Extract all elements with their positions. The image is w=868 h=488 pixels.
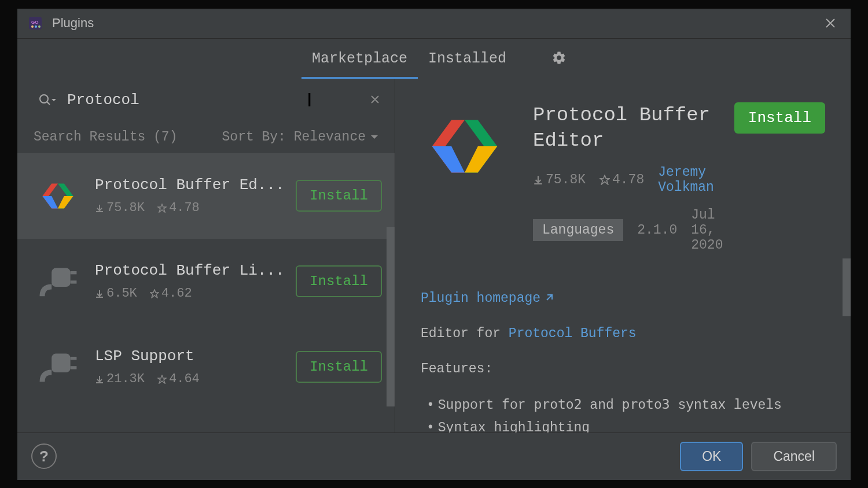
- plugin-icon-plug: [37, 261, 79, 302]
- plugin-info: Protocol Buffer Ed... 75.8K 4.78: [95, 176, 296, 215]
- left-panel: I Search Results (7) Sort By: Relevance: [17, 79, 395, 432]
- plugin-stats: 21.3K 4.64: [95, 372, 296, 386]
- svg-rect-13: [52, 353, 70, 372]
- install-button[interactable]: Install: [296, 351, 382, 383]
- protocol-buffers-link[interactable]: Protocol Buffers: [509, 326, 637, 341]
- svg-marker-17: [432, 146, 465, 173]
- star-icon: [599, 175, 610, 185]
- svg-rect-10: [52, 268, 70, 286]
- result-item-0[interactable]: Protocol Buffer Ed... 75.8K 4.78 Install: [17, 153, 395, 239]
- download-icon: [95, 375, 104, 384]
- svg-point-3: [35, 25, 37, 28]
- help-button[interactable]: ?: [31, 443, 57, 469]
- detail-body: Plugin homepage Editor for Protocol Buff…: [395, 253, 851, 432]
- category-badge[interactable]: Languages: [533, 219, 623, 241]
- plugin-icon-chevrons: [37, 175, 79, 217]
- svg-text:GO: GO: [31, 20, 38, 25]
- plugin-stats: 75.8K 4.78: [95, 201, 296, 215]
- svg-marker-9: [58, 196, 73, 209]
- result-item-1[interactable]: Protocol Buffer Li... 6.5K 4.62 Install: [17, 239, 395, 324]
- svg-rect-12: [71, 280, 77, 283]
- svg-rect-15: [71, 366, 77, 369]
- plugin-icon-plug: [37, 346, 79, 388]
- detail-scrollbar[interactable]: [843, 258, 851, 316]
- results-header: Search Results (7) Sort By: Relevance: [17, 121, 395, 153]
- plugin-name: LSP Support: [95, 347, 296, 365]
- titlebar: GO Plugins: [17, 9, 851, 39]
- date-label: Jul 16, 2020: [691, 208, 734, 253]
- scrollbar[interactable]: [387, 227, 395, 412]
- svg-point-2: [31, 25, 34, 28]
- app-icon: GO: [29, 17, 42, 29]
- clear-search-icon[interactable]: [366, 93, 384, 108]
- svg-rect-11: [71, 271, 77, 274]
- svg-point-5: [40, 95, 48, 103]
- tabs-row: Marketplace Installed: [17, 39, 851, 79]
- tab-marketplace[interactable]: Marketplace: [301, 39, 418, 79]
- sort-by-dropdown[interactable]: Sort By: Relevance: [222, 130, 378, 145]
- footer: ? OK Cancel: [17, 432, 851, 480]
- detail-title: Protocol Buffer Editor: [533, 102, 734, 153]
- download-icon: [95, 204, 104, 213]
- ok-button[interactable]: OK: [680, 442, 743, 471]
- result-item-2[interactable]: LSP Support 21.3K 4.64 Install: [17, 324, 395, 410]
- feature-item: Support for proto2 and proto3 syntax lev…: [426, 393, 825, 417]
- author-link[interactable]: Jeremy Volkman: [658, 165, 734, 195]
- sort-by-label: Sort By: Relevance: [222, 130, 366, 145]
- content-area: I Search Results (7) Sort By: Relevance: [17, 79, 851, 432]
- svg-marker-7: [42, 196, 58, 209]
- svg-marker-19: [465, 146, 497, 173]
- install-button[interactable]: Install: [296, 180, 382, 212]
- svg-rect-14: [71, 357, 77, 360]
- chevron-down-icon: [370, 134, 378, 140]
- cancel-button[interactable]: Cancel: [751, 442, 837, 471]
- features-list: Support for proto2 and proto3 syntax lev…: [421, 393, 825, 432]
- install-button[interactable]: Install: [296, 265, 382, 297]
- version-label: 2.1.0: [637, 223, 677, 238]
- description: Editor for Protocol Buffers: [421, 323, 825, 345]
- detail-install-button[interactable]: Install: [734, 102, 825, 134]
- close-icon[interactable]: [822, 14, 839, 32]
- features-header: Features:: [421, 358, 825, 380]
- external-link-icon: [544, 294, 553, 303]
- gear-icon[interactable]: [551, 50, 567, 68]
- tab-installed[interactable]: Installed: [418, 39, 517, 79]
- plugin-info: Protocol Buffer Li... 6.5K 4.62: [95, 262, 296, 301]
- star-icon: [157, 375, 167, 384]
- detail-panel: Protocol Buffer Editor 75.8K 4.78 Jeremy…: [395, 79, 851, 432]
- plugin-name: Protocol Buffer Li...: [95, 262, 296, 279]
- star-icon: [157, 204, 167, 213]
- star-icon: [150, 289, 159, 298]
- plugins-dialog: GO Plugins Marketplace Installed: [17, 9, 851, 480]
- plugin-stats: 6.5K 4.62: [95, 286, 296, 301]
- svg-point-4: [38, 25, 41, 28]
- homepage-link[interactable]: Plugin homepage: [421, 287, 553, 310]
- results-list: Protocol Buffer Ed... 75.8K 4.78 Install: [17, 153, 395, 432]
- results-count: Search Results (7): [34, 130, 177, 145]
- window-title: Plugins: [52, 16, 94, 31]
- feature-item: Syntax highlighting: [426, 417, 825, 432]
- plugin-info: LSP Support 21.3K 4.64: [95, 347, 296, 386]
- search-input[interactable]: [67, 91, 366, 109]
- plugin-name: Protocol Buffer Ed...: [95, 176, 296, 194]
- search-row: I: [17, 79, 395, 121]
- download-icon: [533, 175, 543, 185]
- detail-meta: Languages 2.1.0 Jul 16, 2020: [533, 208, 734, 253]
- detail-header: Protocol Buffer Editor 75.8K 4.78 Jeremy…: [395, 79, 851, 253]
- download-icon: [95, 289, 104, 298]
- search-icon[interactable]: [38, 93, 57, 107]
- detail-plugin-icon: [421, 102, 509, 190]
- detail-stats: 75.8K 4.78 Jeremy Volkman: [533, 165, 734, 195]
